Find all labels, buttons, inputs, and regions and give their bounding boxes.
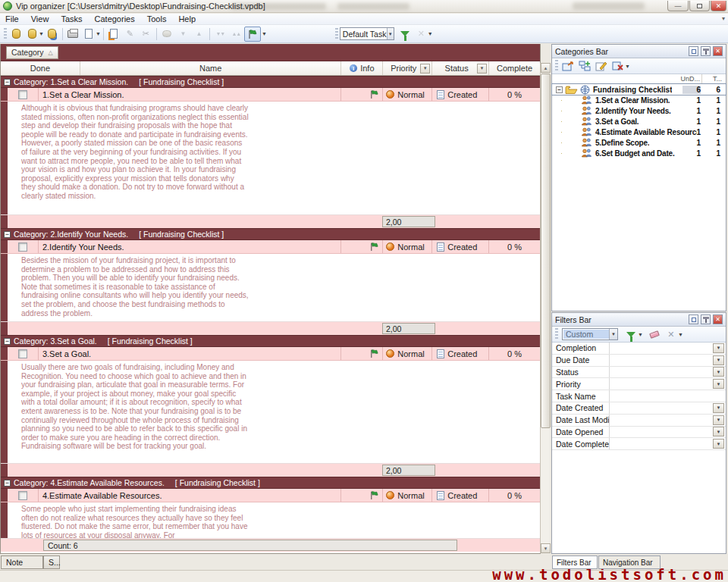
delete-task-button[interactable]: ✂ [138,27,154,42]
scroll-up-icon[interactable]: ▲ [541,63,551,73]
filters-toolbar-overflow-icon[interactable]: ▼ [678,332,683,337]
filter-dropdown-button[interactable]: ▼ [713,415,724,425]
menu-tasks[interactable]: Tasks [61,14,82,23]
tree-item-row[interactable]: 4.Estimate Available Resource 1 1 [552,127,726,137]
filter-dropdown-button[interactable]: ▼ [713,367,724,377]
add-subcategory-button[interactable] [576,59,593,73]
menubar-overflow-icon[interactable]: ▾ [722,15,725,22]
filter-preset-combobox[interactable]: Custom ▼ [562,328,618,340]
filter-dropdown-icon[interactable]: ▼ [638,332,643,337]
filter-dropdown-button[interactable]: ▼ [713,439,724,449]
tab-navigation-bar[interactable]: Navigation Bar [598,555,661,569]
apply-view-button[interactable] [397,27,413,42]
tab-spreadsheet[interactable]: S... [43,555,60,569]
delete-category-button[interactable] [610,59,626,73]
add-category-button[interactable] [560,59,576,73]
task-view-combobox[interactable]: Default Task V ▼ [340,27,394,40]
undone-column-header[interactable]: UnD... [552,74,702,83]
tree-item-row[interactable]: 1.Set a Clear Mission. 1 1 [552,95,726,105]
collapse-icon[interactable]: − [4,231,11,238]
column-header-name[interactable]: Name [80,61,342,75]
flag-dropdown-icon[interactable]: ▼ [262,31,267,36]
complete-task-button[interactable] [159,27,175,42]
priority-filter-dropdown[interactable]: ▼ [420,64,430,74]
print-preview-button[interactable] [81,27,97,42]
total-column-header[interactable]: T... [702,74,723,83]
combo-dropdown-icon[interactable]: ▼ [609,329,617,340]
minimize-button[interactable]: — [667,1,689,11]
tree-item-row[interactable]: 3.Set a Goal. 1 1 [552,116,726,127]
edit-task-button[interactable]: ✎ [122,27,138,42]
task-checkbox[interactable] [18,90,27,99]
tab-note[interactable]: Note [1,555,43,569]
tree-item-row[interactable]: 5.Define Scope. 1 1 [552,137,726,148]
move-up-button[interactable]: ▲ [191,27,207,42]
apply-filter-button[interactable] [623,327,639,341]
task-checkbox[interactable] [18,491,27,500]
collapse-icon[interactable]: − [4,480,11,487]
collapse-icon[interactable]: − [4,338,11,345]
column-header-done[interactable]: Done [1,61,80,75]
task-row[interactable]: 1.Set a Clear Mission. Normal Created 0 … [1,88,540,102]
category-group-header[interactable]: − Category: 4.Estimate Available Resourc… [1,477,540,489]
task-view-value: Default Task V [340,30,387,39]
category-group-header[interactable]: − Category: 2.Identify Your Needs. [ Fun… [1,228,540,240]
print-button[interactable] [65,27,81,42]
tree-collapse-icon[interactable]: − [556,86,563,93]
filter-dropdown-button[interactable]: ▼ [713,355,724,365]
column-header-priority[interactable]: Priority▼ [383,61,432,75]
new-database-button[interactable] [24,27,40,42]
tree-item-row[interactable]: 6.Set Budget and Date. 1 1 [552,148,726,158]
collapse-icon[interactable]: − [4,79,11,86]
edit-category-button[interactable] [593,59,610,73]
clear-filter-button[interactable] [646,327,663,341]
task-row[interactable]: 2.Identify Your Needs. Normal Created 0 … [1,240,540,254]
move-bottom-button[interactable]: ▼▼ [212,27,228,42]
combo-dropdown-icon[interactable]: ▼ [387,28,394,39]
restore-button[interactable] [689,1,710,11]
filter-dropdown-button[interactable]: ▼ [713,403,724,413]
filter-dropdown-button[interactable]: ▼ [713,427,724,436]
move-top-button[interactable]: ▲▲ [228,27,244,42]
task-checkbox[interactable] [18,349,27,358]
menu-view[interactable]: View [31,14,49,23]
panel-close-button[interactable]: ✕ [713,46,723,56]
scrollbar-thumb[interactable] [541,74,551,428]
grid-vertical-scrollbar[interactable]: ▲ ▼ [540,63,550,553]
panel-restore-button[interactable] [689,46,698,56]
group-by-category-button[interactable]: Category △ [6,46,58,59]
panel-pin-button[interactable] [701,314,711,324]
category-group-header[interactable]: − Category: 1.Set a Clear Mission. [ Fun… [1,76,540,88]
clear-view-button[interactable]: ✕ [413,27,429,42]
tree-item-row[interactable]: 2.Identify Your Needs. 1 1 [552,105,726,116]
save-database-button[interactable] [44,27,60,42]
column-header-info[interactable]: iInfo [341,61,383,75]
filter-dropdown-button[interactable]: ▼ [713,343,724,353]
menu-file[interactable]: File [5,14,19,23]
menu-help[interactable]: Help [178,14,196,23]
menu-categories[interactable]: Categories [95,14,135,23]
categories-toolbar-overflow-icon[interactable]: ▼ [625,64,630,69]
tab-filters-bar[interactable]: Filters Bar [552,555,598,569]
column-header-status[interactable]: Status▼ [432,61,489,75]
remove-filter-button[interactable]: ✕ [663,327,679,341]
panel-pin-button[interactable] [701,46,711,56]
category-group-header[interactable]: − Category: 3.Set a Goal. [ Fundraising … [1,335,540,347]
close-button[interactable]: ✕ [711,1,726,11]
tree-root-row[interactable]: − Fundraising Checklist 6 6 [552,84,726,95]
undone-count: 1 [682,149,701,158]
task-checkbox[interactable] [18,242,27,252]
task-row[interactable]: 3.Set a Goal. Normal Created 0 % [1,347,540,361]
panel-close-button[interactable]: ✕ [713,314,723,324]
panel-restore-button[interactable] [689,314,698,324]
scroll-down-icon[interactable]: ▼ [541,543,551,553]
menu-tools[interactable]: Tools [147,14,167,23]
task-row[interactable]: 4.Estimate Available Resources. Normal C… [1,489,540,502]
new-task-button[interactable] [106,27,122,42]
task-view-flag-button[interactable] [244,27,261,42]
open-database-button[interactable] [8,27,24,42]
status-filter-dropdown[interactable]: ▼ [477,64,487,74]
move-down-button[interactable]: ▼ [175,27,191,42]
filter-dropdown-button[interactable]: ▼ [713,379,724,389]
column-header-complete[interactable]: Complete [489,61,540,75]
